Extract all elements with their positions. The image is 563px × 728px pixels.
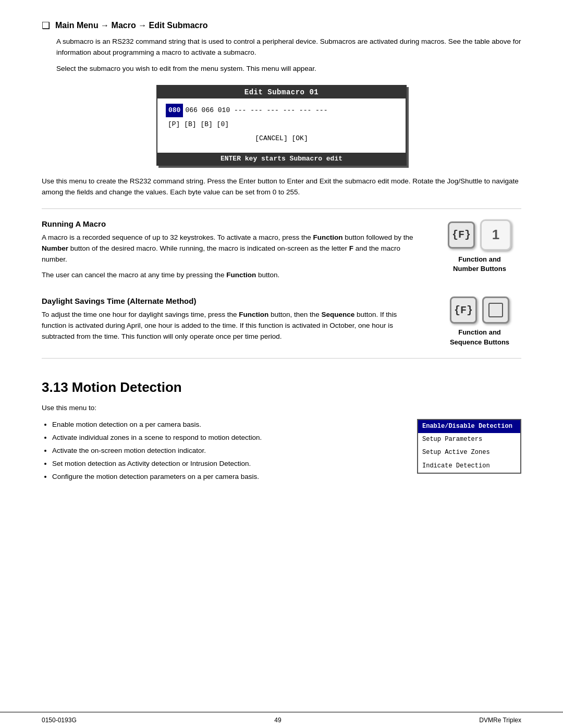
daylight-title: Daylight Savings Time (Alternate Method) bbox=[42, 297, 422, 305]
running-macro-text: Running A Macro A macro is a recorded se… bbox=[42, 219, 422, 287]
divider-2 bbox=[42, 358, 521, 359]
divider bbox=[42, 208, 521, 209]
motion-menu-col: Enable/Disable Detection Setup Parameter… bbox=[417, 419, 521, 474]
running-macro-para1: A macro is a recorded sequence of up to … bbox=[42, 232, 422, 265]
daylight-graphic: {F} Function and Sequence Buttons bbox=[438, 297, 521, 347]
running-macro-para2: The user can cancel the macro at any tim… bbox=[42, 270, 422, 281]
motion-text-col: Enable motion detection on a per camera … bbox=[42, 419, 401, 484]
function-button-graphic: {F} bbox=[448, 221, 475, 249]
dialog-footer: ENTER key starts Submacro edit bbox=[157, 153, 406, 165]
dialog-title: Edit Submacro 01 bbox=[157, 86, 406, 98]
number-button-graphic: 1 bbox=[480, 219, 511, 251]
list-item: Enable motion detection on a per camera … bbox=[52, 419, 401, 431]
motion-menu-item-indicate: Indicate Detection bbox=[418, 460, 520, 473]
function-sequence-caption: Function and Sequence Buttons bbox=[450, 328, 509, 347]
motion-menu-item-active-zones: Setup Active Zones bbox=[418, 446, 520, 459]
running-macro-section: Running A Macro A macro is a recorded se… bbox=[42, 219, 521, 287]
sequence-button-graphic bbox=[482, 297, 509, 324]
function-sequence-buttons: {F} bbox=[450, 297, 509, 324]
sequence-button-inner bbox=[488, 303, 503, 317]
page-footer: 0150-0193G 49 DVMRe Triplex bbox=[0, 712, 563, 728]
motion-menu-item-enable: Enable/Disable Detection bbox=[418, 420, 520, 433]
motion-two-col: Enable motion detection on a per camera … bbox=[42, 419, 521, 484]
footer-right: DVMRe Triplex bbox=[479, 717, 521, 724]
dialog-highlight: 080 bbox=[166, 104, 183, 118]
motion-use-text: Use this menu to: bbox=[42, 403, 521, 414]
section-title: Main Menu → Macro → Edit Submacro bbox=[55, 21, 207, 30]
list-item: Configure the motion detection parameter… bbox=[52, 471, 401, 483]
list-item: Activate the on-screen motion detection … bbox=[52, 445, 401, 457]
footer-center: 49 bbox=[274, 717, 281, 724]
dialog-box: Edit Submacro 01 080 066 066 010 --- ---… bbox=[156, 85, 407, 166]
page: ❑ Main Menu → Macro → Edit Submacro A su… bbox=[0, 0, 563, 728]
daylight-para: To adjust the time one hour for daylight… bbox=[42, 310, 422, 342]
motion-bullet-list: Enable motion detection on a per camera … bbox=[52, 419, 401, 483]
section-heading: ❑ Main Menu → Macro → Edit Submacro bbox=[42, 21, 521, 31]
function-number-caption: Function and Number Buttons bbox=[453, 255, 506, 274]
function-button-graphic-2: {F} bbox=[450, 297, 477, 324]
motion-menu: Enable/Disable Detection Setup Parameter… bbox=[417, 419, 521, 474]
dialog-code-rest: 066 066 010 --- --- --- --- --- --- bbox=[185, 104, 327, 117]
dialog-body: 080 066 066 010 --- --- --- --- --- --- … bbox=[157, 98, 406, 151]
motion-detection-title: 3.13 Motion Detection bbox=[42, 374, 521, 396]
select-text: Select the submacro you wish to edit fro… bbox=[56, 64, 521, 75]
intro-paragraph: A submacro is an RS232 command string th… bbox=[56, 36, 521, 58]
daylight-text: Daylight Savings Time (Alternate Method)… bbox=[42, 297, 422, 348]
footer-left: 0150-0193G bbox=[42, 717, 77, 724]
dialog-bracket-row: [P] [B] [B] [0] bbox=[168, 118, 397, 131]
dialog-cancel-ok: [CANCEL] [OK] bbox=[166, 132, 397, 145]
daylight-section: Daylight Savings Time (Alternate Method)… bbox=[42, 297, 521, 348]
dialog-code-row: 080 066 066 010 --- --- --- --- --- --- bbox=[166, 104, 397, 118]
dialog-wrapper: Edit Submacro 01 080 066 066 010 --- ---… bbox=[42, 85, 521, 166]
running-macro-title: Running A Macro bbox=[42, 219, 422, 228]
checkbox-bullet: ❑ bbox=[42, 20, 50, 31]
motion-menu-item-setup-params: Setup Parameters bbox=[418, 433, 520, 446]
running-macro-graphic: {F} 1 Function and Number Buttons bbox=[438, 219, 521, 274]
function-number-buttons: {F} 1 bbox=[448, 219, 511, 251]
list-item: Activate individual zones in a scene to … bbox=[52, 432, 401, 444]
use-text: Use this menu to create the RS232 comman… bbox=[42, 176, 521, 198]
list-item: Set motion detection as Activity detecti… bbox=[52, 458, 401, 470]
